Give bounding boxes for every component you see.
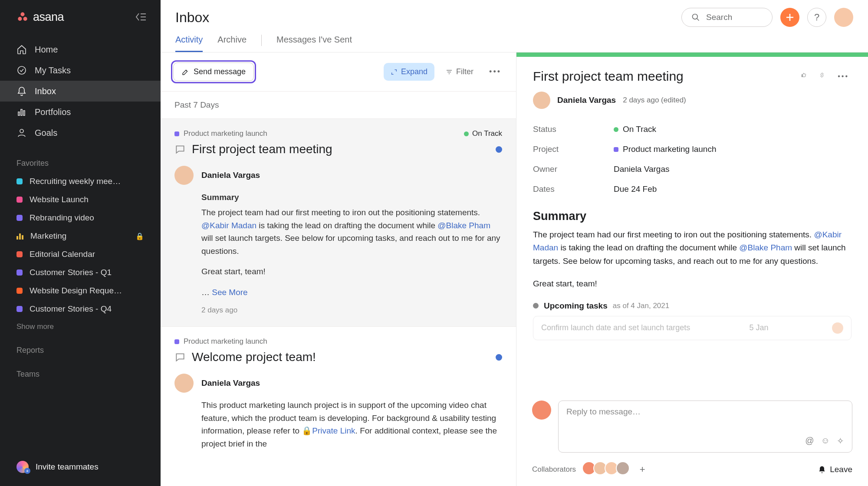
favorite-label: Rebranding video xyxy=(30,213,94,223)
summary-heading: Summary xyxy=(533,210,852,223)
favorite-item[interactable]: Website Launch xyxy=(0,190,161,209)
more-button[interactable]: ••• xyxy=(485,64,506,80)
favorite-item[interactable]: Customer Stories - Q1 xyxy=(0,263,161,282)
invite-teammates-button[interactable]: Invite teammates xyxy=(0,452,161,486)
favorite-item[interactable]: Recruiting weekly mee… xyxy=(0,172,161,190)
star-icon[interactable]: ✧ xyxy=(837,436,844,446)
link-icon[interactable] xyxy=(817,70,827,80)
current-user-avatar xyxy=(532,401,551,420)
detail-fields: Status On Track Project Product marketin… xyxy=(516,117,868,207)
nav-portfolios[interactable]: Portfolios xyxy=(0,102,161,122)
favorite-label: Recruiting weekly mee… xyxy=(30,177,121,186)
body-text: Great start, team! xyxy=(201,267,266,276)
leave-button[interactable]: Leave xyxy=(818,465,852,474)
message-icon xyxy=(174,144,186,155)
tab-messages-sent[interactable]: Messages I've Sent xyxy=(276,35,352,52)
task-date: 5 Jan xyxy=(750,323,769,332)
favorite-item[interactable]: Customer Stories - Q4 xyxy=(0,300,161,318)
project-color xyxy=(16,251,23,257)
reports-label[interactable]: Reports xyxy=(0,335,161,359)
nav-goals[interactable]: Goals xyxy=(0,122,161,143)
user-avatar[interactable] xyxy=(834,8,853,27)
upcoming-tasks-header: Upcoming tasks as of 4 Jan, 2021 xyxy=(516,299,868,312)
summary-text: is taking the lead on drafting the docum… xyxy=(558,243,739,252)
more-icon[interactable]: ••• xyxy=(835,70,852,83)
author-avatar xyxy=(533,92,550,109)
inbox-item[interactable]: Product marketing launch Welcome project… xyxy=(161,326,516,460)
tab-archive[interactable]: Archive xyxy=(217,35,247,52)
nav-label: Inbox xyxy=(35,86,56,96)
see-more-link[interactable]: See More xyxy=(212,288,247,297)
filter-label: Filter xyxy=(456,67,473,76)
private-link[interactable]: 🔒Private Link xyxy=(302,426,355,435)
favorite-label: Customer Stories - Q1 xyxy=(30,268,112,277)
reply-placeholder: Reply to message… xyxy=(566,407,844,417)
expand-label: Expand xyxy=(401,67,427,76)
inbox-item[interactable]: Product marketing launch On Track First … xyxy=(161,118,516,326)
help-button[interactable]: ? xyxy=(807,8,826,27)
favorite-item[interactable]: Marketing🔒 xyxy=(0,227,161,245)
project-color xyxy=(614,147,618,152)
lock-icon: 🔒 xyxy=(135,232,144,240)
add-collaborator-button[interactable]: + xyxy=(636,463,649,476)
global-add-button[interactable] xyxy=(780,8,799,27)
body-text: The project team had our first meeting t… xyxy=(201,208,480,217)
emoji-icon[interactable]: ☺ xyxy=(821,436,830,446)
field-value-dates: Due 24 Feb xyxy=(614,184,657,194)
search-input[interactable]: Search xyxy=(681,8,773,27)
svg-point-0 xyxy=(20,12,24,16)
message-icon xyxy=(174,351,186,363)
nav-inbox[interactable]: Inbox xyxy=(0,81,161,102)
like-icon[interactable] xyxy=(799,70,809,80)
compose-icon xyxy=(181,68,189,76)
svg-rect-8 xyxy=(21,109,22,115)
favorite-item[interactable]: Website Design Reque… xyxy=(0,282,161,300)
task-assignee-avatar xyxy=(832,322,843,334)
reply-input[interactable]: Reply to message… @ ☺ ✧ xyxy=(558,401,852,453)
field-value-project[interactable]: Product marketing launch xyxy=(623,144,716,154)
task-card[interactable]: Confirm launch date and set launch targe… xyxy=(533,316,852,340)
favorite-item[interactable]: Rebranding video xyxy=(0,209,161,227)
page-title: Inbox xyxy=(175,10,209,26)
status-dot xyxy=(464,131,469,136)
project-name: Product marketing launch xyxy=(184,129,267,138)
leave-label: Leave xyxy=(830,465,852,474)
nav-label: My Tasks xyxy=(35,66,71,76)
at-mention-icon[interactable]: @ xyxy=(805,436,814,446)
project-color xyxy=(174,339,179,344)
nav-my-tasks[interactable]: My Tasks xyxy=(0,60,161,81)
author-avatar xyxy=(174,166,194,185)
show-more-button[interactable]: Show more xyxy=(0,318,161,335)
asana-logo-icon xyxy=(16,11,29,23)
tab-activity[interactable]: Activity xyxy=(175,35,203,52)
field-label-project: Project xyxy=(533,144,614,154)
detail-meta: 2 days ago (edited) xyxy=(623,96,686,105)
collaborator-avatar[interactable] xyxy=(616,461,630,475)
search-icon xyxy=(691,13,700,22)
favorite-item[interactable]: Editorial Calendar xyxy=(0,245,161,263)
task-title: Confirm launch date and set launch targe… xyxy=(541,323,690,332)
mention[interactable]: @Blake Pham xyxy=(437,221,490,230)
filter-button[interactable]: Filter xyxy=(441,63,479,81)
sidebar-collapse-button[interactable] xyxy=(134,10,148,24)
teams-label[interactable]: Teams xyxy=(0,359,161,383)
inbox-tabs: Activity Archive Messages I've Sent xyxy=(175,35,853,52)
expand-button[interactable]: Expand xyxy=(384,63,434,81)
mention[interactable]: @Kabir Madan xyxy=(201,221,256,230)
summary-heading: Summary xyxy=(201,191,502,204)
project-color xyxy=(16,288,23,294)
mention[interactable]: @Blake Pham xyxy=(739,243,792,252)
project-color xyxy=(16,178,23,184)
nav-home[interactable]: Home xyxy=(0,39,161,60)
author-name: Daniela Vargas xyxy=(557,95,616,105)
favorite-label: Editorial Calendar xyxy=(30,250,95,259)
field-label-status: Status xyxy=(533,125,614,134)
send-message-button[interactable]: Send message xyxy=(173,62,254,81)
svg-point-1 xyxy=(18,17,22,21)
search-placeholder: Search xyxy=(706,13,732,22)
project-name: Product marketing launch xyxy=(184,337,267,346)
app-logo[interactable]: asana xyxy=(16,10,64,24)
page-header: Inbox Search ? Activity Archive Messages… xyxy=(161,0,868,53)
upcoming-label: Upcoming tasks xyxy=(544,301,608,311)
svg-point-11 xyxy=(693,14,698,20)
